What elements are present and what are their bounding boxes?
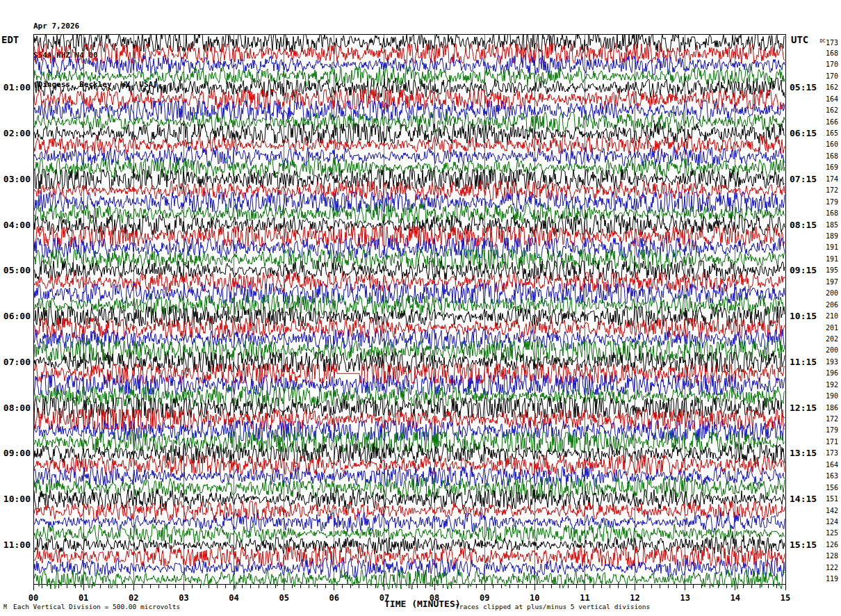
dc-offset-value: 162: [803, 83, 838, 91]
dc-offset-value: 192: [803, 381, 838, 389]
minute-tick-label: 03: [170, 593, 197, 603]
dc-offset-value: 190: [803, 392, 838, 400]
edt-hour-label: 06:00: [0, 311, 31, 321]
dc-offset-value: 200: [803, 289, 838, 297]
helicorder-screen: Apr 7,2026 S54A HHZ N4 00 (Dingess, Beck…: [0, 0, 841, 616]
dc-offset-value: 169: [803, 163, 838, 171]
dc-offset-value: 179: [803, 426, 838, 434]
dc-offset-value: 142: [803, 507, 838, 514]
dc-offset-value: 171: [803, 438, 838, 446]
minute-tick-label: 04: [220, 593, 248, 603]
dc-offset-value: 168: [803, 209, 838, 217]
dc-offset-value: 151: [803, 495, 838, 503]
minute-tick-label: 14: [721, 593, 749, 603]
dc-offset-value: 156: [803, 484, 838, 492]
seismogram-trace-canvas[interactable]: [33, 34, 786, 592]
dc-offset-value: 179: [803, 198, 838, 206]
dc-offset-value: 163: [803, 472, 838, 480]
edt-hour-label: 08:00: [0, 403, 31, 413]
dc-offset-value: 126: [803, 541, 838, 549]
dc-offset-value: 174: [803, 175, 838, 183]
dc-offset-value: 160: [803, 140, 838, 148]
dc-offset-value: 162: [803, 106, 838, 114]
dc-offset-value: 124: [803, 518, 838, 526]
dc-offset-value: 172: [803, 186, 838, 194]
dc-offset-value: 201: [803, 324, 838, 332]
edt-hour-label: 11:00: [0, 540, 31, 550]
minute-tick-label: 10: [521, 593, 548, 603]
minute-tick-label: 01: [70, 593, 97, 603]
dc-offset-value: 206: [803, 301, 838, 309]
time-axis-label: TIME (MINUTES): [384, 599, 461, 609]
dc-offset-value: 173: [803, 449, 838, 457]
dc-offset-value: 166: [803, 118, 838, 126]
dc-offset-value: DC173: [803, 38, 838, 47]
dc-offset-value: 185: [803, 221, 838, 229]
edt-hour-label: 10:00: [0, 494, 31, 504]
dc-offset-value: 170: [803, 60, 838, 68]
dc-offset-value: 191: [803, 255, 838, 263]
dc-offset-value: 125: [803, 529, 838, 537]
dc-offset-value: 164: [803, 95, 838, 103]
minute-tick-label: 05: [270, 593, 298, 603]
left-timezone-label: EDT: [1, 34, 19, 45]
edt-hour-label: 09:00: [0, 448, 31, 458]
dc-offset-value: 122: [803, 564, 838, 572]
dc-offset-value: 189: [803, 232, 838, 240]
dc-offset-value: 172: [803, 415, 838, 423]
edt-hour-label: 01:00: [0, 82, 31, 92]
dc-offset-value: 119: [803, 575, 838, 583]
minute-tick-label: 02: [120, 593, 147, 603]
dc-offset-value: 210: [803, 312, 838, 320]
dc-offset-value: 168: [803, 152, 838, 160]
dc-offset-value: 165: [803, 129, 838, 137]
dc-offset-value: 168: [803, 49, 838, 57]
dc-offset-value: 191: [803, 243, 838, 251]
dc-offset-value: 193: [803, 358, 838, 366]
dc-offset-value: 164: [803, 461, 838, 469]
edt-hour-label: 02:00: [0, 128, 31, 138]
minute-tick-label: 00: [19, 593, 47, 603]
dc-offset-value: 196: [803, 369, 838, 377]
dc-offset-value: 128: [803, 552, 838, 560]
edt-hour-label: 03:00: [0, 174, 31, 184]
minute-tick-label: 13: [671, 593, 699, 603]
dc-offset-value: 170: [803, 72, 838, 80]
minute-tick-label: 12: [621, 593, 649, 603]
edt-hour-label: 05:00: [0, 265, 31, 275]
minute-tick-label: 15: [771, 593, 799, 603]
edt-hour-label: 04:00: [0, 220, 31, 230]
minute-tick-label: 06: [320, 593, 348, 603]
clipping-note: Traces clipped at plus/minus 5 vertical …: [455, 603, 650, 610]
edt-hour-label: 07:00: [0, 357, 31, 367]
minute-tick-label: 09: [471, 593, 498, 603]
title-date: Apr 7,2026: [33, 22, 158, 31]
dc-offset-value: 197: [803, 278, 838, 286]
dc-offset-value: 195: [803, 266, 838, 274]
minute-tick-label: 11: [571, 593, 598, 603]
dc-offset-value: 202: [803, 335, 838, 343]
dc-offset-value: 200: [803, 346, 838, 354]
dc-offset-value: 186: [803, 404, 838, 412]
corner-scale-glyph: M: [3, 604, 7, 610]
vertical-scale-note: Each Vertical Division = 500.00 microvol…: [13, 603, 180, 610]
